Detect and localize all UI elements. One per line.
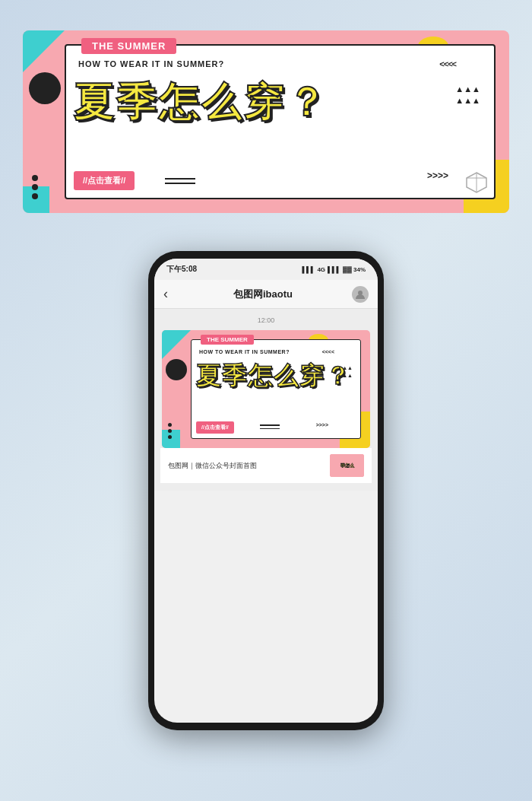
status-time: 下午5:08 <box>166 264 197 275</box>
status-bar: 下午5:08 ▌▌▌ 4G ▌▌▌ ▓▓ 34% <box>154 259 378 280</box>
profile-icon[interactable] <box>352 286 369 303</box>
phone-mockup: 下午5:08 ▌▌▌ 4G ▌▌▌ ▓▓ 34% ‹ 包图网ibaotu 12:… <box>148 251 384 730</box>
signal2-icon: ▌▌▌ <box>328 266 340 273</box>
mini-lines <box>260 424 280 429</box>
4g-label: 4G <box>317 266 325 273</box>
wechat-header: ‹ 包图网ibaotu <box>154 280 378 309</box>
mini-subtitle: HOW TO WEAR IT IN SUMMER? <box>199 349 290 354</box>
banner-tag: THE SUMMER <box>81 38 176 54</box>
phone-body: 下午5:08 ▌▌▌ 4G ▌▌▌ ▓▓ 34% ‹ 包图网ibaotu 12:… <box>148 251 384 730</box>
back-button[interactable]: ‹ <box>163 286 168 302</box>
signal-icon: ▌▌▌ <box>302 266 315 273</box>
mini-arrows-right: <<<< <box>322 349 334 354</box>
banner-subtitle: HOW TO WEAR IT IN SUMMER? <box>78 59 224 68</box>
small-dots <box>32 175 38 199</box>
mini-main-text: 夏季怎么穿？ <box>196 360 351 393</box>
top-banner: ≈≈≈ THE SUMMER HOW TO WEAR IT IN SUMMER?… <box>23 30 509 213</box>
banner-main-text: 夏季怎么穿？ <box>74 76 329 129</box>
post-info-text: 包图网｜微信公众号封面首图 <box>168 461 257 471</box>
mini-banner-card: THE SUMMER HOW TO WEAR IT IN SUMMER? <<<… <box>191 339 361 439</box>
mini-click-btn[interactable]: //点击查看// <box>196 421 234 434</box>
teal-triangle <box>23 30 65 72</box>
banner-arrows-right: <<<< <box>439 59 456 68</box>
wechat-post-info: 包图网｜微信公众号封面首图 季怎么 <box>160 448 372 483</box>
wechat-title: 包图网ibaotu <box>174 288 352 301</box>
wechat-image-message[interactable]: ≈≈≈ THE SUMMER HOW TO WEAR IT IN SUMMER?… <box>162 330 370 448</box>
mini-black-circle <box>166 359 187 380</box>
mini-teal-triangle <box>162 330 191 359</box>
banner-click-btn[interactable]: //点击查看// <box>74 171 135 190</box>
banner-arrows-right2: >>>> <box>427 170 448 181</box>
cube-icon <box>465 171 488 194</box>
post-thumbnail: 季怎么 <box>330 454 364 477</box>
mini-arrow-down: ▲▲▲▲▲▲ <box>337 364 353 380</box>
banner-card: THE SUMMER HOW TO WEAR IT IN SUMMER? <<<… <box>65 44 496 199</box>
battery-icon: ▓▓ 34% <box>343 266 366 273</box>
phone-screen: 下午5:08 ▌▌▌ 4G ▌▌▌ ▓▓ 34% ‹ 包图网ibaotu 12:… <box>154 259 378 723</box>
mini-arrows-right2: >>>> <box>316 422 328 428</box>
status-icons: ▌▌▌ 4G ▌▌▌ ▓▓ 34% <box>302 266 366 273</box>
banner-lines <box>165 178 195 184</box>
mini-small-dots <box>168 423 172 439</box>
chat-time: 12:00 <box>160 316 372 324</box>
banner-arrow-down: ▲▲▲▲▲▲ <box>455 84 480 107</box>
mini-tag: THE SUMMER <box>201 335 254 345</box>
black-circle <box>29 72 61 104</box>
chat-area: 12:00 ≈≈≈ THE SUMMER <box>154 309 378 491</box>
